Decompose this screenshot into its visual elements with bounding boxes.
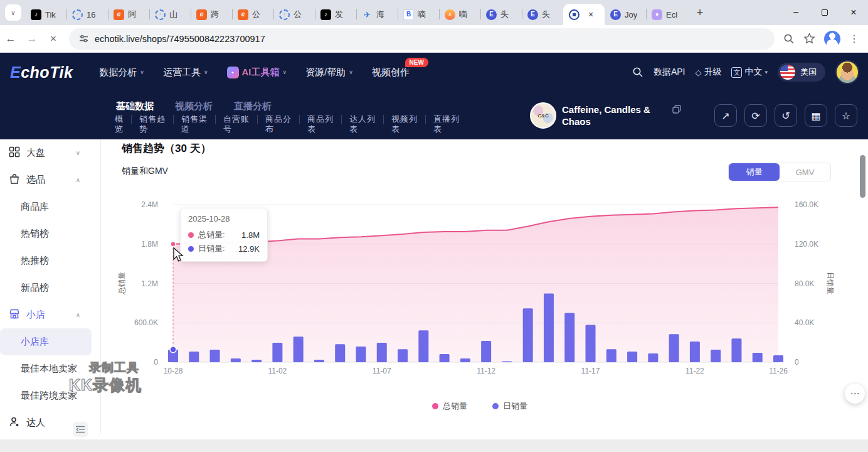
submenu-item-7[interactable]: 视频列表 bbox=[391, 114, 418, 134]
submenu-item-4[interactable]: 商品分布 bbox=[265, 114, 292, 134]
legend-dot bbox=[492, 403, 499, 409]
minimize-button[interactable]: − bbox=[781, 0, 810, 25]
browser-tab-7[interactable]: ♪发 bbox=[315, 4, 356, 25]
sidebar-item-热销榜[interactable]: 热销榜 bbox=[0, 220, 100, 247]
tiktok-icon: ♪ bbox=[320, 9, 331, 20]
sidebar-item-大盘[interactable]: 大盘∨ bbox=[0, 139, 100, 166]
browser-tab-13[interactable]: × bbox=[563, 4, 605, 25]
sidebar-item-最佳本地卖家[interactable]: 最佳本地卖家 bbox=[0, 355, 100, 382]
tab-search-chevron-icon[interactable]: ∨ bbox=[5, 4, 21, 21]
submenu-line: 商品列 bbox=[307, 114, 334, 124]
dashed-circle-icon: ◦ bbox=[155, 9, 166, 20]
chevron-up-icon: ∧ bbox=[76, 311, 80, 318]
zoom-icon[interactable] bbox=[783, 33, 795, 45]
tab-视频分析[interactable]: 视频分析 bbox=[175, 100, 213, 112]
submenu-item-5[interactable]: 商品列表 bbox=[307, 114, 334, 134]
submenu-line: 销售渠 bbox=[181, 114, 208, 124]
svg-text:600.0K: 600.0K bbox=[134, 318, 158, 327]
maximize-button[interactable] bbox=[810, 0, 839, 25]
sidebar-item-label: 新品榜 bbox=[21, 282, 49, 294]
close-window-button[interactable]: × bbox=[839, 0, 868, 25]
url-text[interactable]: echotik.live/shops/7495500842223700917 bbox=[95, 34, 265, 44]
nav-menu-1[interactable]: 运营工具∨ bbox=[163, 67, 208, 78]
echotik-logo[interactable]: EchoTik bbox=[10, 63, 73, 82]
submenu-item-6[interactable]: 达人列表 bbox=[349, 114, 376, 134]
stop-loading-button[interactable]: × bbox=[43, 28, 64, 50]
browser-tab-4[interactable]: e跨 bbox=[191, 4, 232, 25]
ai-toolbox-icon: ⋆ bbox=[227, 67, 239, 78]
submenu-line: 道 bbox=[181, 124, 208, 134]
orange-e-icon: e bbox=[238, 9, 248, 20]
browser-tab-3[interactable]: ◦山 bbox=[149, 4, 191, 25]
more-actions-button[interactable]: ⋯ bbox=[845, 384, 865, 404]
browser-tab-5[interactable]: e公 bbox=[232, 4, 273, 25]
sidebar-item-选品[interactable]: 选品∧ bbox=[0, 166, 100, 193]
submenu-item-3[interactable]: 自营账号 bbox=[223, 114, 250, 134]
favorite-button[interactable]: ☆ bbox=[835, 104, 857, 127]
bookmark-star-icon[interactable] bbox=[803, 33, 815, 45]
sidebar-item-小店库[interactable]: 小店库 bbox=[0, 328, 92, 355]
open-external-button[interactable]: ↗ bbox=[714, 104, 737, 127]
shop-avatar[interactable]: C&C bbox=[530, 102, 556, 129]
sidebar-collapse-button[interactable] bbox=[73, 422, 88, 437]
submenu-item-1[interactable]: 销售趋势 bbox=[139, 114, 166, 134]
submenu-line: 表 bbox=[349, 124, 376, 134]
tiktok-icon: ♪ bbox=[31, 9, 41, 20]
legend-日销量[interactable]: 日销量 bbox=[492, 401, 527, 412]
browser-tab-11[interactable]: E头 bbox=[480, 4, 522, 25]
sidebar-items: 大盘∨选品∧商品库热销榜热推榜新品榜小店∧小店库最佳本地卖家最佳跨境卖家达人 bbox=[0, 139, 100, 436]
browser-menu-icon[interactable]: ⋮ bbox=[849, 33, 859, 45]
legend-dot bbox=[432, 403, 438, 409]
browser-tab-14[interactable]: EJoy bbox=[605, 4, 646, 25]
close-tab-icon[interactable]: × bbox=[588, 9, 593, 19]
upgrade-link[interactable]: ◇升级 bbox=[695, 67, 721, 78]
user-avatar[interactable] bbox=[835, 60, 859, 84]
legend-总销量[interactable]: 总销量 bbox=[432, 401, 467, 412]
nav-menu-4[interactable]: 视频创作NEW bbox=[372, 67, 410, 78]
person-icon bbox=[9, 416, 20, 429]
sidebar-item-商品库[interactable]: 商品库 bbox=[0, 193, 100, 220]
browser-tab-9[interactable]: B嘀 bbox=[398, 4, 439, 25]
qr-code-button[interactable]: ▦ bbox=[805, 104, 827, 127]
browser-tab-6[interactable]: ◦公 bbox=[273, 4, 315, 25]
new-tab-button[interactable]: + bbox=[691, 4, 709, 21]
sidebar-item-最佳跨境卖家[interactable]: 最佳跨境卖家 bbox=[0, 382, 100, 409]
nav-menu-2[interactable]: ⋆AI工具箱∨ bbox=[227, 67, 287, 78]
data-api-link[interactable]: 数据API bbox=[654, 67, 685, 78]
browser-tab-8[interactable]: ✈海 bbox=[356, 4, 398, 25]
sidebar-item-新品榜[interactable]: 新品榜 bbox=[0, 274, 100, 301]
browser-tab-2[interactable]: e阿 bbox=[108, 4, 149, 25]
search-icon[interactable] bbox=[632, 67, 643, 78]
tab-基础数据[interactable]: 基础数据 bbox=[116, 100, 154, 112]
history-button[interactable]: ↺ bbox=[775, 104, 797, 127]
site-settings-icon[interactable] bbox=[79, 34, 88, 43]
forward-button[interactable]: → bbox=[21, 28, 43, 50]
browser-tab-0[interactable]: ♪Tik bbox=[25, 4, 66, 25]
tab-title: 公 bbox=[294, 9, 302, 20]
address-bar[interactable]: echotik.live/shops/7495500842223700917 bbox=[69, 28, 775, 50]
sidebar-item-热推榜[interactable]: 热推榜 bbox=[0, 247, 100, 274]
submenu-item-2[interactable]: 销售渠道 bbox=[181, 114, 208, 134]
sidebar-item-小店[interactable]: 小店∧ bbox=[0, 301, 100, 328]
submenu-item-8[interactable]: 直播列表 bbox=[433, 114, 460, 134]
toggle-GMV[interactable]: GMV bbox=[780, 163, 830, 181]
browser-tab-12[interactable]: E头 bbox=[522, 4, 563, 25]
copy-icon[interactable] bbox=[672, 105, 681, 114]
submenu-item-0[interactable]: 概览 bbox=[115, 114, 124, 134]
page-scrollbar-thumb[interactable] bbox=[860, 155, 865, 198]
toggle-销量[interactable]: 销量 bbox=[729, 163, 780, 181]
nav-menu-0[interactable]: 数据分析∨ bbox=[99, 67, 144, 78]
sidebar: 大盘∨选品∧商品库热销榜热推榜新品榜小店∧小店库最佳本地卖家最佳跨境卖家达人 bbox=[0, 139, 101, 439]
purple-gem-icon: ♦ bbox=[652, 9, 662, 20]
browser-profile-avatar[interactable] bbox=[824, 31, 840, 47]
language-selector[interactable]: 文中文▾ bbox=[731, 67, 768, 78]
region-selector[interactable]: 美国 bbox=[778, 63, 825, 82]
tab-直播分析[interactable]: 直播分析 bbox=[234, 100, 272, 112]
tab-title: 头 bbox=[500, 9, 509, 20]
refresh-button[interactable]: ⟳ bbox=[744, 104, 767, 127]
browser-tab-15[interactable]: ♦Ecl bbox=[646, 4, 687, 25]
back-button[interactable]: ← bbox=[0, 28, 21, 50]
nav-menu-3[interactable]: 资源/帮助∨ bbox=[305, 67, 353, 78]
browser-tab-1[interactable]: ◦16 bbox=[66, 4, 108, 25]
browser-tab-10[interactable]: ∧嘀 bbox=[439, 4, 480, 25]
